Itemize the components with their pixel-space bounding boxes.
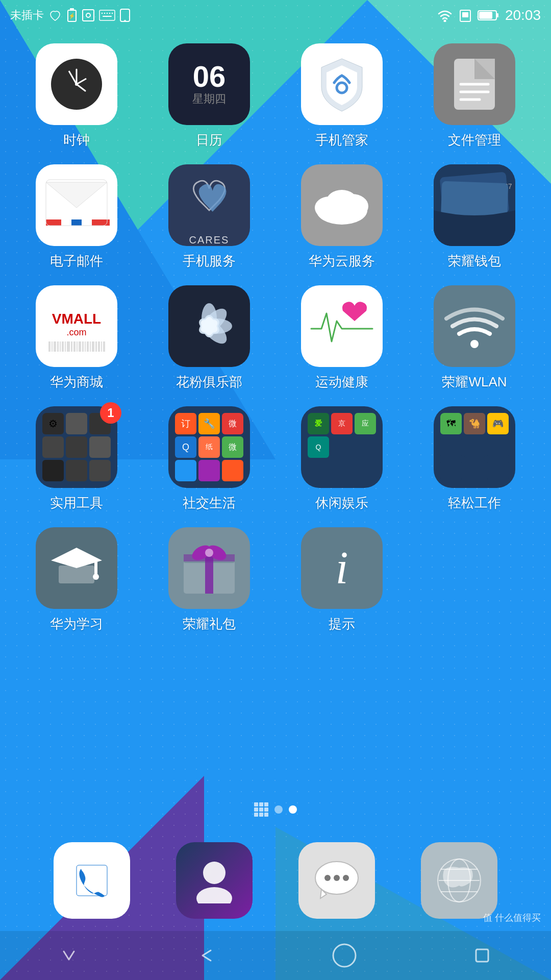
status-left: 未插卡 ⚡ — [10, 8, 131, 23]
tools-badge: 1 — [100, 402, 121, 424]
wallet-app-icon: 1934 8709 0501 627 — [434, 164, 515, 246]
dock-phone[interactable] — [54, 842, 130, 919]
phone-small-icon — [119, 8, 131, 22]
wlan-app-icon — [441, 298, 508, 354]
page-dot-2[interactable] — [274, 805, 283, 814]
page-dot-3[interactable] — [289, 805, 297, 814]
email-icon-bg — [36, 164, 117, 246]
calendar-icon-bg: 06 星期四 — [168, 43, 250, 125]
file-icon-bg — [434, 43, 515, 125]
social-folder-icon: 订 🔧 微 Q 纸 微 — [168, 406, 250, 488]
app-entertainment[interactable]: 爱 京 应 Q 休闲娱乐 — [281, 406, 403, 512]
dock-messages[interactable] — [298, 842, 375, 919]
svg-rect-34 — [61, 219, 71, 226]
app-tips[interactable]: i 提示 — [281, 527, 403, 633]
app-email[interactable]: 电子邮件 — [15, 164, 138, 270]
svg-rect-57 — [71, 341, 72, 352]
app-education[interactable]: 华为学习 — [15, 527, 138, 633]
app-phoneservice[interactable]: CARES 手机服务 — [148, 164, 270, 270]
svg-rect-52 — [57, 341, 59, 352]
nav-recent-icon — [472, 945, 492, 966]
app-grid: 时钟 06 星期四 日历 手机管家 — [0, 33, 551, 643]
svg-rect-16 — [462, 12, 468, 17]
svg-rect-67 — [98, 341, 100, 352]
cloud-app-icon — [309, 180, 375, 231]
nav-bar — [0, 931, 551, 980]
app-phonemanager[interactable]: 手机管家 — [281, 43, 403, 149]
app-calendar[interactable]: 06 星期四 日历 — [148, 43, 270, 149]
app-wlan[interactable]: 荣耀WLAN — [413, 285, 536, 391]
wallet-icon-bg: 1934 8709 0501 627 — [434, 164, 515, 246]
flower-label: 花粉俱乐部 — [176, 373, 242, 391]
dock-browser-icon — [434, 855, 485, 906]
nav-down-button[interactable] — [48, 935, 89, 976]
wlan-label: 荣耀WLAN — [442, 373, 507, 391]
app-tools[interactable]: 1 ⚙ 实用工具 — [15, 406, 138, 512]
flower-app-icon — [179, 293, 240, 359]
svg-rect-51 — [54, 341, 56, 352]
dock-contacts[interactable] — [176, 842, 253, 919]
svg-rect-56 — [67, 341, 70, 352]
app-wallet[interactable]: 1934 8709 0501 627 荣耀钱包 — [413, 164, 536, 270]
dock-browser-icon-bg — [421, 842, 497, 919]
file-app-icon — [446, 54, 503, 115]
phoneservice-label: 手机服务 — [183, 252, 236, 270]
svg-rect-3 — [83, 10, 94, 21]
cloud-label: 华为云服务 — [309, 252, 375, 270]
sim-icon — [459, 8, 471, 22]
calendar-label: 日历 — [196, 131, 222, 149]
app-clock[interactable]: 时钟 — [15, 43, 138, 149]
svg-rect-49 — [48, 341, 51, 352]
dock-contacts-icon — [191, 857, 237, 903]
nav-home-button[interactable] — [324, 935, 365, 976]
cares-icon-bg: CARES — [168, 164, 250, 246]
svg-rect-64 — [90, 341, 91, 352]
nav-home-icon — [332, 943, 357, 968]
calendar-date: 06 — [193, 62, 226, 91]
filemanager-label: 文件管理 — [448, 131, 501, 149]
svg-rect-66 — [95, 341, 97, 352]
app-work[interactable]: 🗺 🐪 🎮 轻松工作 — [413, 406, 536, 512]
charge-icon: ⚡ — [66, 8, 78, 22]
svg-rect-55 — [65, 341, 66, 352]
cares-text: CARES — [189, 234, 230, 246]
app-vmall[interactable]: VMALL .com — [15, 285, 138, 391]
svg-rect-19 — [479, 12, 492, 19]
battery-icon — [478, 10, 499, 21]
svg-rect-62 — [85, 341, 86, 352]
app-gift[interactable]: 荣耀礼包 — [148, 527, 270, 633]
calendar-day: 星期四 — [192, 91, 226, 107]
svg-point-20 — [54, 62, 99, 107]
shield-app-icon — [316, 56, 367, 112]
tips-icon-bg: i — [301, 527, 383, 609]
app-cloud[interactable]: 华为云服务 — [281, 164, 403, 270]
svg-point-95 — [196, 887, 232, 903]
health-label: 运动健康 — [315, 373, 368, 391]
app-social[interactable]: 订 🔧 微 Q 纸 微 社交生活 — [148, 406, 270, 512]
svg-rect-54 — [62, 341, 64, 352]
health-icon — [48, 8, 62, 22]
svg-text:⚡: ⚡ — [68, 12, 76, 19]
svg-point-92 — [205, 549, 213, 557]
svg-point-98 — [334, 875, 340, 881]
nav-back-button[interactable] — [186, 935, 227, 976]
keyboard-icon — [99, 10, 115, 21]
dock-messages-icon-bg — [298, 842, 375, 919]
clock-label: 时钟 — [63, 131, 90, 149]
svg-point-97 — [324, 875, 331, 881]
svg-rect-58 — [73, 341, 76, 352]
dock-browser[interactable] — [421, 842, 497, 919]
app-flower[interactable]: 花粉俱乐部 — [148, 285, 270, 391]
svg-point-84 — [93, 574, 99, 580]
svg-point-94 — [203, 862, 226, 884]
app-health[interactable]: 运动健康 — [281, 285, 403, 391]
dock-phone-icon-bg — [54, 842, 130, 919]
nav-recent-button[interactable] — [462, 935, 503, 976]
svg-point-99 — [343, 875, 349, 881]
svg-point-4 — [86, 13, 90, 17]
watermark-text: 值 什么值得买 — [483, 913, 541, 923]
work-folder-icon: 🗺 🐪 🎮 — [434, 406, 515, 488]
app-filemanager[interactable]: 文件管理 — [413, 43, 536, 149]
status-bar: 未插卡 ⚡ 20:03 — [0, 0, 551, 31]
health-icon-bg — [301, 285, 383, 367]
